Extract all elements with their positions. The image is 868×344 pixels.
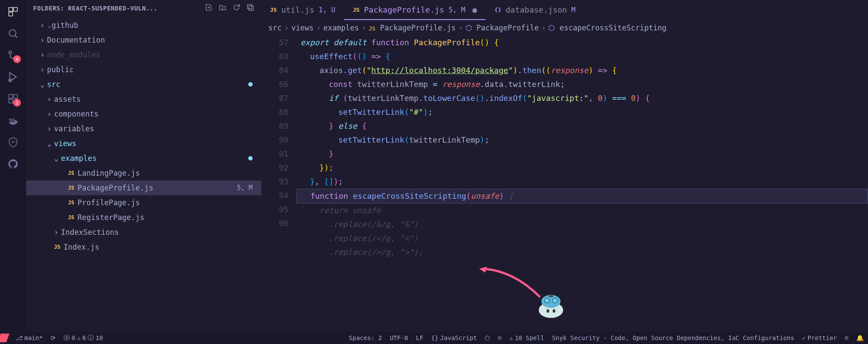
extensions-badge: 1: [13, 99, 21, 107]
breadcrumb-escapecrosssitescripting[interactable]: ⬡ escapeCrossSiteScripting: [548, 23, 666, 32]
code-line[interactable]: setTwitterLink(twitterLinkTemp);: [301, 133, 868, 147]
editor-area: JSutil.js1, UJSPackageProfile.js5, M●{}d…: [261, 0, 868, 332]
snyk-status[interactable]: Snyk Security - Code, Open Source Depend…: [552, 334, 794, 341]
code-line[interactable]: }: [301, 147, 868, 161]
tree-item-registerpage-js[interactable]: JSRegisterPage.js: [26, 210, 261, 225]
gutter: 5783848687888990919293949596: [261, 36, 296, 332]
tree-item-profilepage-js[interactable]: JSProfilePage.js: [26, 195, 261, 210]
code-line[interactable]: export default function PackageProfile()…: [301, 36, 868, 50]
tree-item-indexsections[interactable]: ›IndexSections: [26, 225, 261, 240]
svg-point-3: [9, 30, 16, 36]
refresh-icon[interactable]: [233, 3, 240, 13]
svg-rect-11: [9, 99, 13, 103]
collapse-icon[interactable]: [247, 3, 254, 13]
code-line[interactable]: .replace(/>/g, ">");: [301, 245, 868, 259]
code-line[interactable]: axios.get("http://localhost:3004/package…: [301, 63, 868, 77]
debug-icon[interactable]: [7, 70, 20, 83]
svg-rect-13: [247, 4, 252, 9]
activity-bar: 4 1: [0, 0, 26, 332]
svg-point-21: [553, 299, 557, 302]
code-line[interactable]: return unsafe: [301, 204, 868, 217]
tree-item-components[interactable]: ›components: [26, 107, 261, 121]
svg-point-5: [9, 51, 12, 54]
code-line[interactable]: if (twitterLinkTemp.toLowerCase().indexO…: [301, 91, 868, 105]
explorer-icon[interactable]: [7, 5, 20, 18]
annotation-arrow: [479, 267, 544, 301]
tree-item-documentation[interactable]: ›Documentation: [26, 33, 261, 47]
sync-icon[interactable]: ⟳: [51, 334, 56, 341]
tree-item-variables[interactable]: ›variables: [26, 121, 261, 136]
search-icon[interactable]: [7, 27, 20, 40]
snyk-icon[interactable]: [7, 136, 20, 149]
tree-item--github[interactable]: ›.github: [26, 18, 261, 33]
prettier-indicator[interactable]: ✓ Prettier: [802, 334, 837, 341]
remote-indicator[interactable]: [0, 334, 10, 342]
svg-marker-15: [479, 267, 487, 273]
svg-rect-0: [9, 7, 13, 11]
breadcrumb-packageprofile-js[interactable]: JS PackageProfile.js: [369, 23, 456, 32]
new-file-icon[interactable]: [205, 3, 213, 13]
spell-indicator[interactable]: ⚠ 10 Spell: [510, 334, 544, 341]
bell-icon[interactable]: 🔔: [856, 334, 864, 341]
tab-database-json[interactable]: {}database.jsonM: [486, 0, 584, 20]
code-line[interactable]: }, []);: [301, 175, 868, 189]
code-editor[interactable]: 5783848687888990919293949596 export defa…: [261, 36, 868, 332]
scm-icon[interactable]: 4: [7, 49, 20, 62]
tree-item-examples[interactable]: ⌄examples: [26, 151, 261, 166]
github-icon[interactable]: [7, 157, 20, 170]
problems-indicator[interactable]: ⓧ 0 ⚠ 6 ⓘ 10: [64, 334, 103, 342]
tree-item-assets[interactable]: ›assets: [26, 92, 261, 107]
docker-icon[interactable]: [7, 114, 20, 127]
svg-rect-10: [14, 94, 17, 98]
breadcrumbs[interactable]: src›views›examples›JS PackageProfile.js›…: [261, 20, 868, 36]
scm-badge: 4: [13, 55, 21, 63]
breadcrumb-packageprofile[interactable]: ⬡ PackageProfile: [466, 23, 539, 32]
code-line[interactable]: setTwitterLink("#");: [301, 105, 868, 119]
language-indicator[interactable]: {} JavaScript: [431, 334, 477, 341]
tree-item-landingpage-js[interactable]: JSLandingPage.js: [26, 166, 261, 180]
breadcrumb-examples[interactable]: examples: [323, 23, 359, 32]
file-tree: ›.github›Documentation›node_modules›publ…: [26, 16, 261, 332]
code-line[interactable]: .replace(/&/g, "&"): [301, 217, 868, 231]
tree-item-public[interactable]: ›public: [26, 62, 261, 77]
tree-item-src[interactable]: ⌄src: [26, 77, 261, 92]
svg-point-20: [545, 299, 549, 302]
tree-item-node_modules[interactable]: ›node_modules: [26, 47, 261, 62]
copilot-icon: [536, 293, 566, 319]
tab-util-js[interactable]: JSutil.js1, U: [261, 0, 344, 20]
copilot-face-icon[interactable]: ☺: [498, 334, 501, 341]
code-line[interactable]: useEffect(() => {: [301, 50, 868, 63]
new-folder-icon[interactable]: [219, 3, 226, 13]
tree-item-packageprofile-js[interactable]: JSPackageProfile.js5, M: [26, 180, 261, 195]
status-bar: ⎇ main* ⟳ ⓧ 0 ⚠ 6 ⓘ 10 Spaces: 2 UTF-8 L…: [0, 332, 868, 344]
code-line[interactable]: function escapeCrossSiteScripting(unsafe…: [296, 189, 868, 204]
encoding-indicator[interactable]: UTF-8: [390, 334, 408, 341]
svg-point-24: [553, 309, 555, 313]
svg-marker-7: [10, 73, 16, 81]
spaces-indicator[interactable]: Spaces: 2: [349, 334, 382, 341]
svg-point-23: [547, 309, 549, 313]
feedback-icon[interactable]: ☺: [845, 334, 848, 341]
sidebar-header: FOLDERS: REACT-SUSPENDED-VULN...: [26, 0, 261, 16]
breadcrumb-src[interactable]: src: [268, 23, 282, 32]
code-line[interactable]: });: [301, 161, 868, 175]
breadcrumb-views[interactable]: views: [291, 23, 314, 32]
code-line[interactable]: const twitterLinkTemp = response.data.tw…: [301, 77, 868, 91]
svg-rect-1: [14, 7, 17, 11]
branch-indicator[interactable]: ⎇ main*: [16, 334, 43, 341]
svg-rect-9: [9, 94, 13, 98]
eol-indicator[interactable]: LF: [416, 334, 423, 341]
svg-rect-22: [549, 295, 553, 297]
copilot-status-icon[interactable]: ⬡: [485, 334, 490, 341]
code-content[interactable]: export default function PackageProfile()…: [296, 36, 868, 332]
code-line[interactable]: .replace(/</g, "<"): [301, 231, 868, 245]
tab-packageprofile-js[interactable]: JSPackageProfile.js5, M●: [344, 0, 486, 20]
tree-item-views[interactable]: ⌄views: [26, 136, 261, 151]
sidebar: FOLDERS: REACT-SUSPENDED-VULN... ›.githu…: [26, 0, 261, 332]
tree-item-index-js[interactable]: JSIndex.js: [26, 240, 261, 254]
svg-rect-14: [249, 6, 253, 10]
code-line[interactable]: } else {: [301, 119, 868, 133]
extensions-icon[interactable]: 1: [7, 92, 20, 105]
tabs: JSutil.js1, UJSPackageProfile.js5, M●{}d…: [261, 0, 868, 20]
svg-line-4: [15, 35, 17, 37]
